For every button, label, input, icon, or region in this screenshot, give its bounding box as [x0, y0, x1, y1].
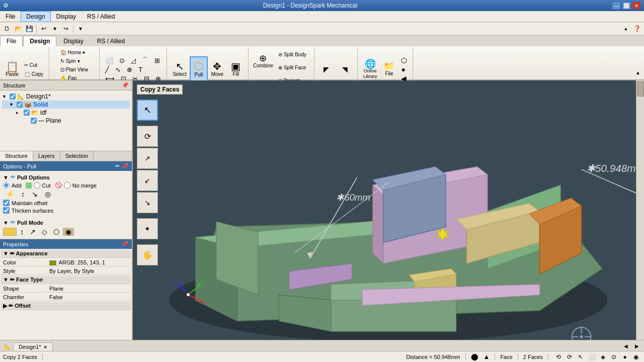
sketch-arc[interactable]: ⌒: [139, 56, 151, 64]
collapse-ribbon[interactable]: ▲: [634, 69, 642, 77]
status-btn2[interactable]: ⟳: [565, 352, 575, 362]
tree-item-plane[interactable]: — Plane: [2, 117, 130, 125]
vp-origin-button[interactable]: ✦: [137, 218, 158, 239]
tab-next[interactable]: ▶: [632, 341, 642, 351]
save-button[interactable]: 💾: [24, 24, 34, 34]
tree-item-solid[interactable]: ▼ 📦 Solid: [2, 101, 130, 109]
structure-pin[interactable]: 📌: [122, 82, 129, 88]
sketch-line[interactable]: ╱: [103, 65, 112, 73]
menu-rs-allied[interactable]: RS / Allied: [82, 11, 120, 22]
sketch-spline[interactable]: ∿: [113, 65, 123, 73]
status-btn6[interactable]: ⊙: [609, 352, 619, 362]
check-idf[interactable]: [24, 110, 30, 116]
tab-display[interactable]: Display: [57, 36, 90, 46]
online-library-button[interactable]: 🌐 OnlineLibrary: [361, 56, 380, 82]
pull-icon4[interactable]: ◎: [42, 190, 53, 198]
pull-mode-icon2[interactable]: ↕: [18, 228, 26, 236]
add-radio[interactable]: [3, 182, 10, 189]
thicken-surfaces-check[interactable]: [3, 207, 10, 214]
maintain-offset-check[interactable]: [3, 200, 10, 206]
plan-view-button[interactable]: ⊡ Plan View: [58, 65, 91, 73]
restore-button[interactable]: ⬜: [622, 2, 631, 10]
insert-extra1[interactable]: ⬡: [398, 56, 410, 64]
pull-mode-icon6[interactable]: ◉: [63, 228, 74, 236]
minimize-button[interactable]: —: [612, 2, 621, 10]
pull-icon1[interactable]: ⚡: [3, 190, 17, 198]
pull-mode-icon5[interactable]: ⬡: [51, 228, 62, 236]
cut-btn-small[interactable]: ✂ Cut: [22, 61, 46, 69]
pull-icon3[interactable]: ↘: [29, 190, 40, 198]
insert-extra2[interactable]: ●: [398, 65, 410, 73]
combine-button[interactable]: ⊕ Combine: [252, 48, 275, 74]
status-btn8[interactable]: ◉: [631, 352, 641, 362]
tab-file[interactable]: File: [0, 36, 23, 47]
tab-design[interactable]: Design: [23, 36, 56, 47]
viewport[interactable]: ✱60mm ✱50.948mm Copy 2 Faces: [133, 80, 644, 340]
vp-arrow-dr[interactable]: ↘: [137, 192, 158, 213]
spin-button[interactable]: ↻ Spin ▾: [58, 57, 83, 65]
pull-button[interactable]: ⬡ Pull: [190, 56, 208, 82]
sketch-rect[interactable]: ⬜: [103, 56, 116, 64]
status-btn5[interactable]: ◈: [598, 352, 608, 362]
options-edit-icon[interactable]: ✏: [115, 163, 120, 169]
no-merge-radio[interactable]: [64, 182, 70, 189]
vp-hand-button[interactable]: 🖐: [137, 244, 158, 265]
sketch-tri[interactable]: ◿: [128, 56, 138, 64]
more-button[interactable]: ▾: [75, 24, 86, 34]
sketch-circ[interactable]: ⊙: [117, 56, 127, 64]
cut-radio[interactable]: [34, 182, 40, 189]
insert-file-button[interactable]: 📁 File: [380, 56, 398, 82]
options-pin-icon[interactable]: 📌: [122, 163, 129, 169]
menu-design[interactable]: Design: [21, 11, 50, 22]
offset-expand[interactable]: ▶: [3, 303, 9, 309]
intersect-btn2[interactable]: ◥: [336, 64, 354, 74]
vp-arrow-ul[interactable]: ↗: [137, 148, 158, 169]
menu-file[interactable]: File: [0, 11, 21, 22]
check-plane[interactable]: [31, 118, 37, 124]
sketch-text[interactable]: T: [136, 65, 145, 73]
select-button[interactable]: ↖ Select: [170, 56, 189, 82]
tab-selection[interactable]: Selection: [60, 151, 94, 161]
sketch-more[interactable]: ⊞: [152, 56, 163, 64]
appearance-expand[interactable]: ▼: [3, 250, 10, 256]
vp-select-button[interactable]: ↖: [137, 100, 158, 121]
pull-icon2[interactable]: ↕: [19, 190, 27, 198]
paste-button[interactable]: 📋 Paste: [3, 57, 21, 82]
check-design1[interactable]: [10, 94, 16, 100]
split-face-button[interactable]: ⊗ Split Face: [276, 61, 311, 73]
pull-mode-header[interactable]: ▼ ✏ Pull Mode: [3, 218, 129, 227]
vp-rotate-button[interactable]: ⟳: [137, 126, 158, 147]
tab-prev[interactable]: ◀: [621, 341, 631, 351]
tree-item-design1[interactable]: ▼ 📐 Design1*: [2, 93, 130, 101]
pull-mode-icon4[interactable]: ◇: [39, 228, 50, 236]
menu-display[interactable]: Display: [51, 11, 82, 22]
expand-design1[interactable]: ▼: [2, 94, 8, 99]
help-min[interactable]: ▲: [621, 24, 631, 34]
fill-button[interactable]: ▣ Fill: [227, 56, 245, 82]
status-btn3[interactable]: ↖: [576, 352, 586, 362]
tree-item-idf[interactable]: ▸ 📂 idf: [2, 109, 130, 117]
move-button[interactable]: ✥ Move: [208, 56, 226, 82]
doc-tab-design1[interactable]: Design1* ✕: [13, 342, 53, 351]
undo-arrow[interactable]: ▾: [50, 24, 60, 34]
tab-layers[interactable]: Layers: [33, 151, 60, 161]
pull-mode-icon1[interactable]: ⚡: [3, 228, 17, 236]
status-btn4[interactable]: ⬜: [587, 352, 597, 362]
expand-solid[interactable]: ▼: [9, 102, 15, 107]
home-button[interactable]: 🏠 Home ▾: [58, 48, 88, 56]
new-button[interactable]: 🗋: [2, 24, 12, 34]
tab-rs-allied[interactable]: RS / Allied: [91, 36, 131, 46]
help-button[interactable]: ❓: [632, 24, 642, 34]
undo-button[interactable]: ↩: [39, 24, 49, 34]
check-solid[interactable]: [17, 102, 23, 108]
pull-options-header[interactable]: ▼ ✏ Pull Options: [3, 173, 129, 182]
viewport-scrollbar-v[interactable]: [636, 80, 644, 340]
vp-arrow-dl[interactable]: ↙: [137, 170, 158, 191]
copy-btn-small[interactable]: 📋 Copy: [22, 70, 46, 78]
scrollbar-thumb-v[interactable]: [637, 81, 644, 97]
expand-idf[interactable]: ▸: [16, 110, 22, 115]
split-body-button[interactable]: ⊘ Split Body: [276, 48, 311, 60]
open-button[interactable]: 📂: [13, 24, 23, 34]
face-type-expand[interactable]: ▼: [3, 277, 10, 283]
sketch-point[interactable]: ⊕: [124, 65, 135, 73]
